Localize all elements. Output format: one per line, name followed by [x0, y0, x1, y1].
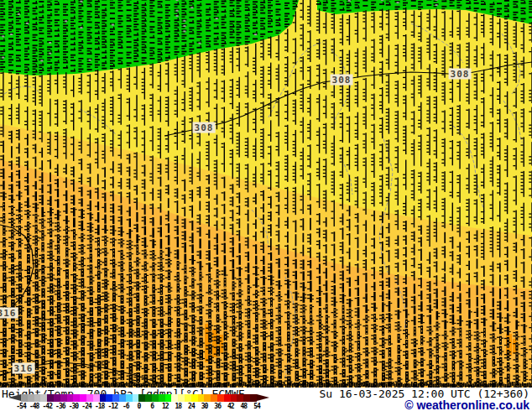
copyright-text: © weatheronline.co.uk [404, 398, 529, 411]
scale-tick-label: 0 [138, 403, 141, 410]
scale-color-segment [243, 394, 250, 402]
scale-color-segment [165, 394, 172, 402]
scale-tick-label: 24 [188, 403, 195, 410]
scale-left-arrow-icon [8, 394, 21, 401]
scale-color-segment [133, 394, 139, 402]
weather-map-canvas [0, 0, 532, 388]
scale-tick-label: -54 [16, 403, 25, 410]
scale-color-segment [34, 394, 41, 402]
scale-color-segment [112, 394, 119, 402]
scale-color-segment [237, 394, 243, 402]
contour-label-308: 308 [193, 122, 216, 133]
scale-tick-label: 30 [201, 403, 208, 410]
map-footer: Height/Temp. 700 hPa [gdmp][°C] ECMWF Su… [0, 388, 532, 411]
scale-right-arrow-icon [257, 394, 269, 401]
scale-tick-label: -36 [55, 403, 65, 410]
scale-tick-label: -18 [95, 403, 104, 410]
scale-color-segment [152, 394, 159, 402]
scale-color-segment [178, 394, 185, 402]
scale-color-segment [198, 394, 205, 402]
scale-color-segment [60, 394, 67, 402]
scale-color-segment [145, 394, 152, 402]
scale-color-segment [93, 394, 100, 402]
scale-tick-label: 42 [227, 403, 234, 410]
scale-color-segment [224, 394, 231, 402]
scale-tick-label: 48 [241, 403, 248, 410]
scale-color-segment [54, 394, 60, 402]
scale-tick-label: 12 [162, 403, 169, 410]
scale-color-segment [73, 394, 80, 402]
contour-label-308: 308 [449, 69, 472, 80]
contour-label-316: 316 [13, 363, 35, 374]
scale-tick-label: 18 [175, 403, 182, 410]
scale-color-segment [86, 394, 93, 402]
scale-color-segment [217, 394, 224, 402]
scale-color-segment [211, 394, 217, 402]
scale-color-segment [119, 394, 126, 402]
scale-color-segment [250, 394, 257, 402]
scale-tick-label: -42 [42, 403, 51, 410]
scale-color-segment [67, 394, 74, 402]
scale-color-segment [231, 394, 237, 402]
scale-tick-label: -24 [81, 403, 91, 410]
scale-color-segment [204, 394, 211, 402]
scale-color-segment [21, 394, 28, 402]
scale-color-strip [21, 394, 257, 402]
scale-tick-label: -12 [108, 403, 117, 410]
scale-color-segment [100, 394, 107, 402]
contour-label-316: 316 [0, 308, 18, 319]
scale-color-segment [159, 394, 165, 402]
scale-color-segment [80, 394, 86, 402]
scale-color-segment [47, 394, 54, 402]
scale-tick-label: -48 [29, 403, 39, 410]
scale-tick-label: -30 [69, 403, 78, 410]
scale-tick-label: 6 [150, 403, 154, 410]
scale-tick-label: 54 [253, 403, 260, 410]
scale-color-segment [40, 394, 47, 402]
weather-map-page: 308308308316316 Height/Temp. 700 hPa [gd… [0, 0, 532, 411]
scale-color-segment [126, 394, 133, 402]
scale-color-segment [106, 394, 112, 402]
scale-tick-label: -6 [123, 403, 129, 410]
scale-color-segment [185, 394, 191, 402]
scale-color-segment [171, 394, 178, 402]
scale-color-segment [28, 394, 34, 402]
scale-color-segment [191, 394, 198, 402]
scale-color-segment [138, 394, 145, 402]
contour-label-308: 308 [331, 75, 353, 86]
scale-tick-label: 36 [214, 403, 221, 410]
